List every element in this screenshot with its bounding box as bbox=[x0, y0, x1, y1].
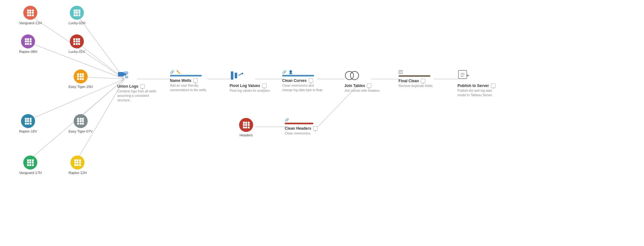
step-name-wells[interactable]: 🔗 ✏️ Name Wells Add an user friendly nom… bbox=[170, 69, 211, 92]
svg-rect-32 bbox=[458, 70, 467, 79]
final-clean-bar bbox=[399, 75, 430, 77]
step-clean-headers[interactable]: 🔗 Clean Headers Clean mnemonics. bbox=[285, 117, 318, 136]
grid-icon bbox=[74, 159, 81, 166]
node-raptor08h[interactable]: Raptor-08H bbox=[19, 34, 37, 54]
node-circle-raptor12h bbox=[70, 156, 84, 170]
node-label-easytiger15h: Easy Tiger-15H bbox=[69, 85, 93, 89]
join-icon bbox=[344, 69, 360, 82]
node-lucky01v[interactable]: Lucky-01V bbox=[69, 34, 85, 54]
step-join-tables-desc: Join curves with headers. bbox=[344, 89, 380, 93]
node-vanguard11h[interactable]: Vanguard-11H bbox=[19, 6, 42, 25]
node-easytiger07v[interactable]: Easy Tiger-07V bbox=[69, 114, 92, 133]
edit-box-icon bbox=[399, 70, 403, 75]
grid-icon bbox=[27, 10, 34, 16]
clean-curves-comment-icon[interactable] bbox=[309, 78, 313, 83]
node-label-vanguard11h: Vanguard-11H bbox=[19, 21, 42, 25]
node-label-raptor18v: Raptor-18V bbox=[19, 129, 37, 133]
clean-headers-comment-icon[interactable] bbox=[313, 126, 318, 131]
node-label-lucky01v: Lucky-01V bbox=[69, 50, 85, 54]
node-label-vanguard17h: Vanguard-17H bbox=[19, 171, 42, 175]
step-clean-curves[interactable]: 🔗 👤 Clean Curves Clean mnemonics and cha… bbox=[282, 69, 324, 92]
svg-rect-21 bbox=[124, 71, 128, 75]
node-circle-easytiger07v bbox=[74, 114, 88, 128]
node-circle-raptor18v bbox=[21, 114, 35, 128]
node-lucky02h[interactable]: Lucky-02H bbox=[69, 6, 85, 25]
node-easytiger15h[interactable]: Easy Tiger-15H bbox=[69, 69, 93, 89]
node-circle-vanguard11h bbox=[23, 6, 37, 20]
node-circle-raptor08h bbox=[21, 34, 35, 48]
step-name-wells-desc: Add an user friendly nomenclature to the… bbox=[170, 83, 211, 92]
grid-icon bbox=[73, 38, 80, 45]
grid-icon bbox=[74, 10, 80, 16]
node-raptor12h[interactable]: Raptor-12H bbox=[69, 156, 87, 175]
pivot-icon bbox=[230, 69, 244, 82]
grid-icon bbox=[77, 73, 84, 80]
svg-point-28 bbox=[350, 71, 359, 80]
clean-headers-top-icons: 🔗 bbox=[285, 118, 313, 122]
grid-icon bbox=[77, 118, 84, 125]
node-circle-vanguard17h bbox=[23, 156, 37, 170]
svg-rect-23 bbox=[231, 71, 233, 80]
node-circle-headers bbox=[239, 118, 253, 132]
node-circle-lucky02h bbox=[70, 6, 84, 20]
step-final-clean[interactable]: Final Clean Remove duplicate fields. bbox=[399, 69, 433, 88]
final-clean-top-icons bbox=[399, 70, 430, 75]
step-publish-to-server[interactable]: Publish to Server Publish the well log d… bbox=[457, 69, 499, 98]
final-clean-comment-icon[interactable] bbox=[421, 79, 425, 83]
node-circle-easytiger15h bbox=[74, 69, 88, 83]
step-clean-headers-desc: Clean mnemonics. bbox=[285, 131, 311, 136]
node-label-raptor08h: Raptor-08H bbox=[19, 50, 37, 54]
clean-curves-bar bbox=[282, 75, 314, 76]
grid-icon-headers bbox=[243, 122, 250, 128]
grid-icon bbox=[27, 159, 34, 166]
grid-icon bbox=[25, 118, 32, 125]
node-vanguard17h[interactable]: Vanguard-17H bbox=[19, 156, 42, 175]
node-headers[interactable]: Headers bbox=[239, 118, 253, 137]
publish-icon bbox=[457, 69, 470, 82]
pivot-comment-icon[interactable] bbox=[262, 83, 267, 88]
step-union-logs-label: Union Logs bbox=[117, 84, 138, 89]
svg-point-27 bbox=[345, 71, 354, 80]
step-pivot-label: Pivot Log Values bbox=[230, 83, 260, 88]
clean-curves-top-icons: 🔗 👤 bbox=[282, 70, 314, 74]
clean-headers-bar bbox=[285, 123, 313, 124]
step-pivot-log-values[interactable]: Pivot Log Values Pivot log values for an… bbox=[230, 69, 271, 93]
name-wells-top-icons: 🔗 ✏️ bbox=[170, 70, 202, 74]
node-label-headers: Headers bbox=[239, 133, 253, 137]
step-union-logs[interactable]: Union Logs Combine logs from all wells a… bbox=[117, 69, 159, 103]
svg-rect-22 bbox=[125, 76, 128, 78]
node-circle-lucky01v bbox=[70, 34, 84, 48]
step-name-wells-label: Name Wells bbox=[170, 78, 191, 83]
union-logs-comment-icon[interactable] bbox=[140, 84, 145, 89]
node-label-easytiger07v: Easy Tiger-07V bbox=[69, 129, 92, 133]
step-pivot-desc: Pivot log values for analytics. bbox=[230, 89, 271, 93]
node-label-raptor12h: Raptor-12H bbox=[69, 171, 87, 175]
svg-marker-26 bbox=[241, 72, 244, 74]
step-clean-curves-label: Clean Curves bbox=[282, 78, 307, 83]
svg-marker-36 bbox=[466, 74, 470, 77]
publish-comment-icon[interactable] bbox=[491, 83, 495, 88]
step-join-tables[interactable]: Join Tables Join curves with headers. bbox=[344, 69, 380, 93]
step-publish-desc: Publish the well log data model to Table… bbox=[457, 89, 499, 98]
step-final-clean-label: Final Clean bbox=[399, 79, 419, 83]
node-label-lucky02h: Lucky-02H bbox=[69, 21, 85, 25]
step-union-logs-desc: Combine logs from all wells assuming a c… bbox=[117, 89, 159, 103]
node-raptor18v[interactable]: Raptor-18V bbox=[19, 114, 37, 133]
svg-rect-29 bbox=[399, 70, 402, 74]
svg-rect-24 bbox=[235, 73, 237, 78]
step-clean-headers-label: Clean Headers bbox=[285, 126, 311, 131]
name-wells-bar bbox=[170, 75, 202, 76]
step-publish-label: Publish to Server bbox=[457, 83, 489, 88]
step-join-tables-label: Join Tables bbox=[344, 83, 365, 88]
grid-icon bbox=[25, 38, 32, 45]
name-wells-comment-icon[interactable] bbox=[193, 78, 198, 83]
union-logs-icon bbox=[117, 69, 132, 82]
step-clean-curves-desc: Clean mnemonics and change log data type… bbox=[282, 83, 324, 92]
step-final-clean-desc: Remove duplicate fields. bbox=[399, 84, 433, 88]
join-tables-comment-icon[interactable] bbox=[367, 83, 371, 88]
